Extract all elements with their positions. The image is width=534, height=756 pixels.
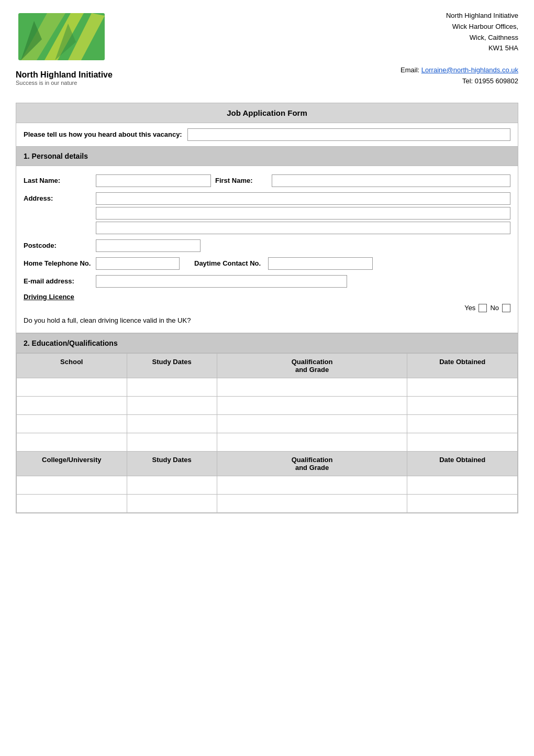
postcode-row: Postcode: — [24, 239, 510, 252]
college-header-row: College/University Study Dates Qualifica… — [17, 451, 518, 476]
no-checkbox[interactable] — [502, 304, 510, 312]
table-row — [17, 396, 518, 414]
heard-row: Please tell us how you heard about this … — [16, 123, 518, 147]
dates-cell — [127, 433, 217, 451]
email-line: Email: Lorraine@north-highlands.co.uk — [400, 65, 518, 76]
tel-prefix: Tel: — [462, 77, 473, 85]
table-row — [17, 378, 518, 396]
postcode-label: Postcode: — [24, 242, 92, 249]
college-obtained-cell — [407, 476, 518, 494]
email-prefix: Email: — [400, 66, 419, 74]
obtained-cell — [407, 414, 518, 433]
dates-cell — [127, 414, 217, 433]
logo-image — [16, 10, 110, 68]
address-line1: North Highland Initiative — [400, 10, 518, 21]
obtained-cell — [407, 378, 518, 396]
heard-label: Please tell us how you heard about this … — [24, 130, 182, 138]
school-cell — [17, 433, 127, 451]
qual-cell — [217, 378, 407, 396]
address-line2: Wick Harbour Offices, — [400, 21, 518, 32]
school-cell — [17, 396, 127, 414]
section2-header: 2. Education/Qualifications — [16, 334, 518, 353]
tel-number: 01955 609802 — [475, 77, 518, 85]
last-name-label: Last Name: — [24, 177, 92, 184]
form-title: Job Application Form — [16, 103, 518, 123]
college-dates-cell — [127, 494, 217, 512]
postcode-input[interactable] — [96, 239, 201, 252]
driving-question: Do you hold a full, clean driving licenc… — [24, 316, 510, 324]
email-link[interactable]: Lorraine@north-highlands.co.uk — [421, 66, 518, 74]
daytime-input[interactable] — [268, 257, 373, 270]
home-tel-label: Home Telephone No. — [24, 259, 92, 267]
college-qual-cell — [217, 476, 407, 494]
address-line1-input[interactable] — [96, 192, 510, 205]
dates-cell — [127, 378, 217, 396]
education-table: School Study Dates Qualificationand Grad… — [16, 353, 518, 513]
driving-heading: Driving Licence — [24, 293, 510, 301]
obtained-header: Date Obtained — [407, 353, 518, 378]
college-obtained-header: Date Obtained — [407, 451, 518, 476]
college-school-cell — [17, 494, 127, 512]
daytime-label: Daytime Contact No. — [194, 259, 261, 267]
address-line2-input[interactable] — [96, 207, 510, 220]
first-name-input[interactable] — [272, 174, 510, 187]
qual-cell — [217, 414, 407, 433]
first-name-label: First Name: — [215, 177, 268, 184]
address-inputs — [96, 192, 510, 234]
edu-header-row: School Study Dates Qualificationand Grad… — [17, 353, 518, 378]
section1-header: 1. Personal details — [16, 147, 518, 166]
driving-top: Yes No — [24, 304, 510, 314]
college-dates-header: Study Dates — [127, 451, 217, 476]
address-line3-input[interactable] — [96, 222, 510, 234]
name-row: Last Name: First Name: — [24, 174, 510, 187]
address-line3: Wick, Caithness — [400, 32, 518, 43]
address-row: Address: — [24, 192, 510, 234]
dates-header: Study Dates — [127, 353, 217, 378]
page-header: North Highland Initiative Success is in … — [0, 0, 534, 92]
school-cell — [17, 378, 127, 396]
college-dates-cell — [127, 476, 217, 494]
address-line4: KW1 5HA — [400, 43, 518, 54]
table-row — [17, 433, 518, 451]
email-address-label: E-mail address: — [24, 277, 92, 285]
college-qual-cell — [217, 494, 407, 512]
no-label: No — [490, 304, 499, 312]
college-obtained-cell — [407, 494, 518, 512]
address-section: Address: — [24, 192, 510, 234]
college-qual-header: Qualificationand Grade — [217, 451, 407, 476]
college-header: College/University — [17, 451, 127, 476]
yes-checkbox[interactable] — [479, 304, 487, 312]
table-row — [17, 494, 518, 512]
tel-line: Tel: 01955 609802 — [400, 76, 518, 87]
obtained-cell — [407, 396, 518, 414]
table-row — [17, 414, 518, 433]
qual-cell — [217, 396, 407, 414]
driving-section: Driving Licence Yes No Do you hold a ful… — [24, 293, 510, 324]
address-label: Address: — [24, 192, 92, 202]
home-tel-input[interactable] — [96, 257, 180, 270]
qual-header: Qualificationand Grade — [217, 353, 407, 378]
table-row — [17, 476, 518, 494]
org-name: North Highland Initiative — [16, 70, 113, 80]
dates-cell — [127, 396, 217, 414]
telephone-row: Home Telephone No. Daytime Contact No. — [24, 257, 510, 270]
school-header: School — [17, 353, 127, 378]
email-input[interactable] — [96, 275, 347, 288]
yes-no-area: Yes No — [464, 304, 510, 312]
form-container: Job Application Form Please tell us how … — [16, 103, 518, 513]
college-school-cell — [17, 476, 127, 494]
address-block: North Highland Initiative Wick Harbour O… — [400, 10, 518, 87]
obtained-cell — [407, 433, 518, 451]
last-name-input[interactable] — [96, 174, 211, 187]
org-tagline: Success is in our nature — [16, 80, 77, 86]
yes-label: Yes — [464, 304, 475, 312]
heard-input[interactable] — [187, 128, 510, 141]
school-cell — [17, 414, 127, 433]
logo-area: North Highland Initiative Success is in … — [16, 10, 113, 86]
education-section: 2. Education/Qualifications School Study… — [16, 333, 518, 513]
qual-cell — [217, 433, 407, 451]
personal-details-section: Last Name: First Name: Address: Postcode… — [16, 166, 518, 333]
email-row: E-mail address: — [24, 275, 510, 288]
